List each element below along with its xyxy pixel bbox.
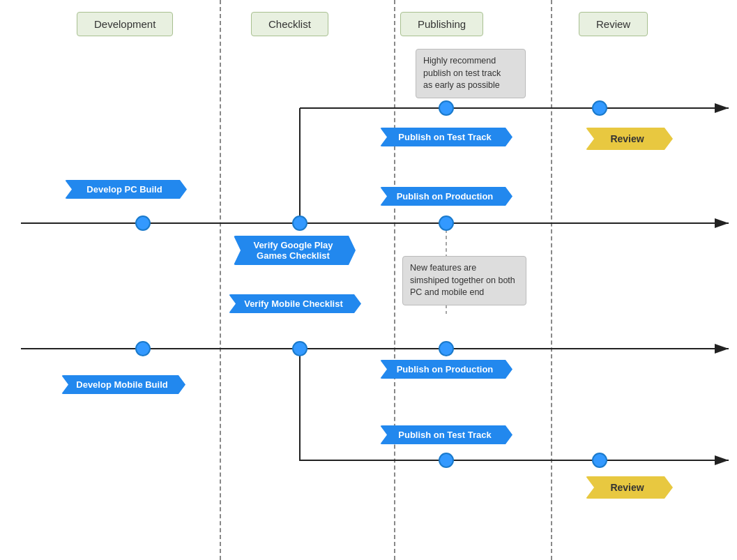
label-develop-pc: Develop PC Build bbox=[65, 180, 187, 199]
node-n5 bbox=[439, 100, 454, 116]
header-review: Review bbox=[579, 12, 648, 36]
header-publishing: Publishing bbox=[400, 12, 483, 36]
label-publish-test-top: Publish on Test Track bbox=[380, 128, 512, 146]
node-n9 bbox=[439, 453, 454, 468]
node-n8 bbox=[439, 341, 454, 356]
divider-1 bbox=[220, 0, 221, 560]
review-label-top: Review bbox=[586, 128, 673, 150]
node-n7 bbox=[292, 341, 307, 356]
node-n10 bbox=[592, 453, 607, 468]
label-publish-prod-top: Publish on Production bbox=[380, 187, 512, 206]
note-simship: New features aresimshiped together on bo… bbox=[402, 256, 526, 305]
diagram: Development Checklist Publishing Review … bbox=[0, 0, 737, 560]
node-n6 bbox=[135, 341, 151, 356]
node-n1 bbox=[135, 215, 151, 231]
label-develop-mobile: Develop Mobile Build bbox=[61, 375, 185, 394]
header-checklist: Checklist bbox=[251, 12, 328, 36]
node-n2 bbox=[292, 215, 307, 231]
review-label-bot: Review bbox=[586, 476, 673, 499]
label-verify-gpg: Verify Google PlayGames Checklist bbox=[234, 236, 356, 265]
svg-overlay bbox=[0, 0, 737, 560]
header-development: Development bbox=[77, 12, 173, 36]
node-n4 bbox=[592, 100, 607, 116]
divider-3 bbox=[551, 0, 552, 560]
label-publish-prod-bot: Publish on Production bbox=[380, 360, 512, 379]
label-verify-mobile: Verify Mobile Checklist bbox=[229, 294, 361, 313]
node-n3 bbox=[439, 215, 454, 231]
label-publish-test-bot: Publish on Test Track bbox=[380, 425, 512, 444]
divider-2 bbox=[394, 0, 395, 560]
note-publish-test-track: Highly recommendpublish on test trackas … bbox=[416, 49, 526, 98]
